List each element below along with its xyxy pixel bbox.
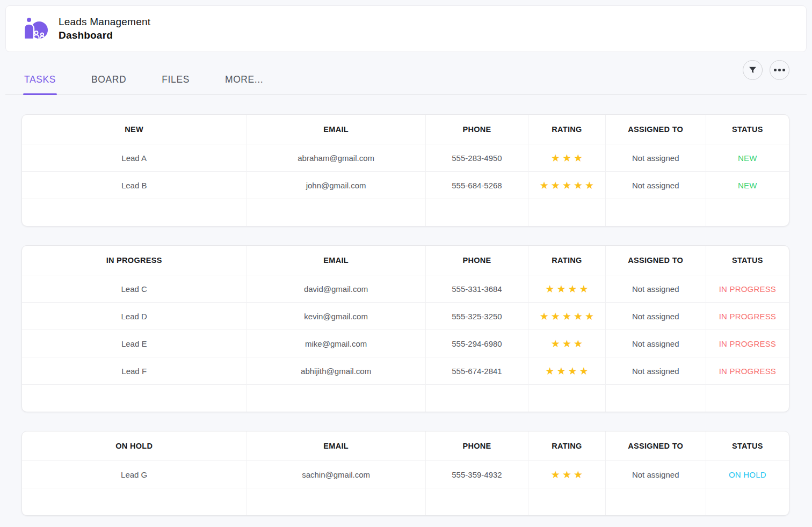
empty-cell — [606, 199, 706, 226]
empty-cell — [528, 488, 606, 515]
status-badge: IN PROGRESS — [719, 339, 776, 348]
email-cell: abraham@gmail.com — [247, 144, 425, 171]
lead-row-lead-g[interactable]: Lead Gsachin@gmail.com555-359-4932★★★Not… — [22, 460, 789, 488]
email-cell: kevin@gmail.com — [247, 302, 425, 330]
assigned-to-cell: Not assigned — [606, 275, 706, 302]
empty-cell — [706, 488, 789, 515]
phone-cell: 555-359-4932 — [426, 460, 528, 488]
assigned-to-cell: Not assigned — [606, 357, 706, 384]
empty-cell — [606, 384, 706, 412]
status-badge: IN PROGRESS — [719, 367, 776, 376]
table-header-row: ON HOLDEMAILPHONERATINGASSIGNED TOSTATUS — [22, 431, 789, 460]
assigned-to-cell: Not assigned — [606, 171, 706, 199]
rating-stars-3: ★★★ — [549, 153, 585, 163]
column-header-phone: PHONE — [426, 431, 528, 460]
email-cell: sachin@gmail.com — [247, 460, 425, 488]
rating-stars-4: ★★★★ — [543, 366, 590, 376]
rating-stars-5: ★★★★★ — [538, 311, 596, 321]
column-header-phone: PHONE — [426, 115, 528, 144]
empty-cell — [426, 384, 528, 412]
tab-board[interactable]: BOARD — [90, 74, 127, 94]
lead-row-lead-d[interactable]: Lead Dkevin@gmail.com555-325-3250★★★★★No… — [22, 302, 789, 330]
status-cell: ON HOLD — [706, 460, 789, 488]
app-title-line1: Leads Management — [59, 16, 150, 29]
assigned-to-cell: Not assigned — [606, 144, 706, 171]
column-header-assigned-to: ASSIGNED TO — [606, 246, 706, 275]
lead-row-lead-b[interactable]: Lead Bjohn@gmail.com555-684-5268★★★★★Not… — [22, 171, 789, 199]
lead-row-lead-e[interactable]: Lead Emike@gmail.com555-294-6980★★★Not a… — [22, 330, 789, 357]
leads-table-in-progress: IN PROGRESSEMAILPHONERATINGASSIGNED TOST… — [21, 245, 789, 412]
header-card: Leads Management Dashboard — [5, 5, 807, 52]
assigned-to-cell: Not assigned — [606, 330, 706, 357]
group-header-on-hold: ON HOLD — [22, 431, 247, 460]
tab-more[interactable]: MORE... — [224, 74, 264, 94]
status-badge: NEW — [738, 181, 757, 190]
phone-cell: 555-331-3684 — [426, 275, 528, 302]
lead-name-cell: Lead E — [22, 330, 247, 357]
lead-row-lead-f[interactable]: Lead Fabhijith@gmail.com555-674-2841★★★★… — [22, 357, 789, 384]
app-title-line2: Dashboard — [59, 29, 150, 42]
more-button[interactable] — [770, 60, 789, 80]
column-header-status: STATUS — [706, 431, 789, 460]
rating-cell: ★★★★★ — [528, 171, 606, 199]
status-badge: IN PROGRESS — [719, 312, 776, 321]
empty-cell — [22, 384, 247, 412]
rating-cell: ★★★★ — [528, 275, 606, 302]
filter-funnel-icon — [748, 65, 757, 75]
empty-cell — [247, 384, 425, 412]
lead-name-cell: Lead A — [22, 144, 247, 171]
empty-cell — [22, 488, 247, 515]
tabs-bar: TASKSBOARDFILESMORE... — [5, 52, 807, 95]
empty-cell — [528, 384, 606, 412]
status-cell: IN PROGRESS — [706, 275, 789, 302]
email-cell: david@gmail.com — [247, 275, 425, 302]
tables: NEWEMAILPHONERATINGASSIGNED TOSTATUSLead… — [0, 95, 812, 516]
assigned-to-cell: Not assigned — [606, 302, 706, 330]
lead-row-lead-c[interactable]: Lead Cdavid@gmail.com555-331-3684★★★★Not… — [22, 275, 789, 302]
column-header-phone: PHONE — [426, 246, 528, 275]
table-header-row: NEWEMAILPHONERATINGASSIGNED TOSTATUS — [22, 115, 789, 144]
status-cell: IN PROGRESS — [706, 357, 789, 384]
status-cell: IN PROGRESS — [706, 302, 789, 330]
column-header-email: EMAIL — [247, 246, 425, 275]
rating-cell: ★★★ — [528, 330, 606, 357]
email-cell: abhijith@gmail.com — [247, 357, 425, 384]
filter-button[interactable] — [743, 60, 763, 80]
empty-cell — [247, 199, 425, 226]
status-badge: ON HOLD — [729, 470, 766, 479]
phone-cell: 555-325-3250 — [426, 302, 528, 330]
lead-name-cell: Lead D — [22, 302, 247, 330]
status-badge: IN PROGRESS — [719, 284, 776, 294]
status-cell: IN PROGRESS — [706, 330, 789, 357]
empty-cell — [706, 199, 789, 226]
column-header-status: STATUS — [706, 246, 789, 275]
lead-name-cell: Lead G — [22, 460, 247, 488]
rating-cell: ★★★★★ — [528, 302, 606, 330]
rating-cell: ★★★ — [528, 144, 606, 171]
column-header-rating: RATING — [528, 246, 606, 275]
empty-row — [22, 384, 789, 412]
column-header-rating: RATING — [528, 431, 606, 460]
column-header-status: STATUS — [706, 115, 789, 144]
tabs: TASKSBOARDFILESMORE... — [23, 74, 298, 94]
rating-stars-3: ★★★ — [549, 470, 585, 480]
table-header-row: IN PROGRESSEMAILPHONERATINGASSIGNED TOST… — [22, 246, 789, 275]
lead-name-cell: Lead F — [22, 357, 247, 384]
empty-cell — [706, 384, 789, 412]
empty-cell — [247, 488, 425, 515]
lead-row-lead-a[interactable]: Lead Aabraham@gmail.com555-283-4950★★★No… — [22, 144, 789, 171]
column-header-rating: RATING — [528, 115, 606, 144]
rating-stars-5: ★★★★★ — [538, 180, 596, 191]
ellipsis-icon — [774, 69, 785, 71]
empty-cell — [426, 488, 528, 515]
tab-files[interactable]: FILES — [161, 74, 191, 94]
tab-tasks[interactable]: TASKS — [23, 74, 57, 94]
group-header-in-progress: IN PROGRESS — [22, 246, 247, 275]
app-title: Leads Management Dashboard — [59, 16, 150, 42]
phone-cell: 555-684-5268 — [426, 171, 528, 199]
rating-cell: ★★★★ — [528, 357, 606, 384]
phone-cell: 555-294-6980 — [426, 330, 528, 357]
status-badge: NEW — [738, 153, 757, 163]
group-header-new: NEW — [22, 115, 247, 144]
tabs-actions — [743, 60, 807, 80]
